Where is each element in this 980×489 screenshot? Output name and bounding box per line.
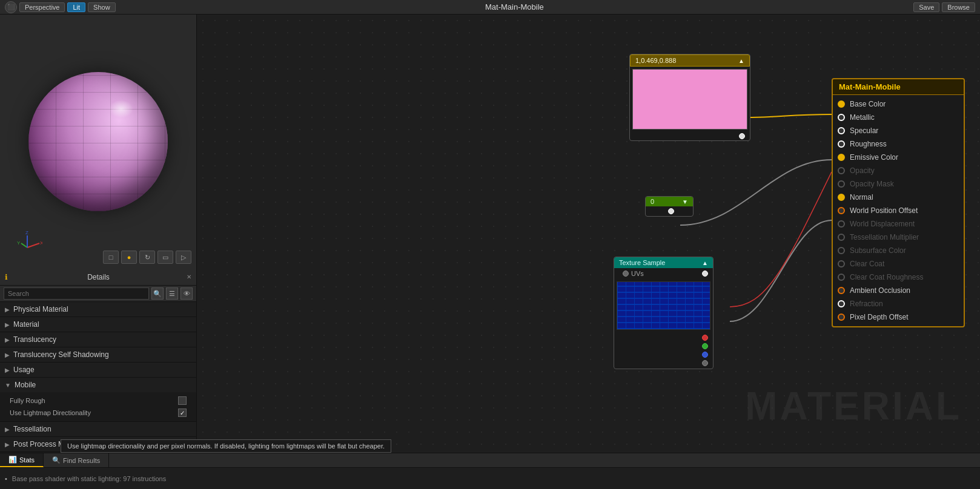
status-bullet: • — [5, 475, 7, 482]
canvas-area[interactable]: 1,0.469,0.888 ▲ 0 ▼ Texture Sample ▲ — [197, 15, 980, 453]
pin-metallic-label: Metallic — [850, 113, 875, 122]
pin-pixel-depth-offset-circle — [838, 313, 845, 321]
section-mobile-header[interactable]: ▼ Mobile — [0, 378, 196, 392]
viewport-btn-rotate[interactable]: ↻ — [139, 251, 155, 264]
find-results-tab-label: Find Results — [63, 457, 100, 464]
color-node-title: 1,0.469,0.888 — [635, 57, 676, 64]
details-collapse-btn[interactable]: ✕ — [187, 274, 191, 280]
section-translucency-self-shadow-header[interactable]: ▶ Translucency Self Shadowing — [0, 347, 196, 362]
pin-clear-coat: Clear Coat — [833, 257, 964, 271]
section-mobile: ▼ Mobile Fully Rough Use Lightmap Direct… — [0, 378, 196, 422]
section-mobile-content: Fully Rough Use Lightmap Directionality — [0, 392, 196, 421]
color-node: 1,0.469,0.888 ▲ — [629, 54, 750, 141]
color-swatch — [632, 69, 747, 130]
section-physical-material-header[interactable]: ▶ Physical Material — [0, 302, 196, 317]
section-usage: ▶ Usage — [0, 363, 196, 378]
details-title: Details — [87, 273, 110, 281]
pin-metallic-circle — [838, 114, 845, 121]
pin-opacity-mask-circle — [838, 180, 845, 188]
search-input[interactable] — [4, 287, 149, 300]
int-node: 0 ▼ — [645, 196, 694, 217]
material-node-header: Mat-Main-Mobile — [833, 79, 964, 95]
pin-roughness: Roughness — [833, 137, 964, 151]
pin-opacity-circle — [838, 167, 845, 174]
viewport-btn-play[interactable]: ▷ — [176, 251, 191, 264]
pin-metallic: Metallic — [833, 111, 964, 124]
section-material-header[interactable]: ▶ Material — [0, 317, 196, 332]
pin-clear-coat-label: Clear Coat — [850, 260, 884, 268]
section-usage-header[interactable]: ▶ Usage — [0, 363, 196, 377]
section-translucency: ▶ Translucency — [0, 332, 196, 347]
pin-normal-label: Normal — [850, 193, 873, 202]
save-button[interactable]: Save — [913, 2, 939, 12]
pin-specular: Specular — [833, 124, 964, 137]
pin-normal-circle — [838, 194, 845, 201]
search-submit-btn[interactable]: 🔍 — [151, 287, 164, 300]
pin-subsurface-color-label: Subsurface Color — [850, 246, 906, 255]
viewport-btn-plane[interactable]: ▭ — [157, 251, 173, 264]
svg-line-1 — [21, 243, 27, 248]
stats-tab-label: Stats — [19, 456, 35, 464]
axes-svg: X Y Z — [12, 226, 42, 257]
pin-clear-coat-roughness-circle — [838, 274, 845, 281]
viewport: X Y Z □ ● ↻ ▭ ▷ — [0, 15, 196, 269]
pin-ambient-occlusion-circle — [838, 287, 845, 294]
pin-opacity-label: Opacity — [850, 166, 875, 175]
texture-sample-uvs: UVs — [614, 268, 713, 279]
section-translucency-self-shadow: ▶ Translucency Self Shadowing — [0, 347, 196, 363]
tooltip-bar: Use lightmap directionality and per pixe… — [61, 439, 391, 453]
watermark: MATERIAL — [745, 384, 962, 428]
prop-use-lightmap-dir-checkbox[interactable] — [178, 409, 187, 417]
tab-stats[interactable]: 📊 Stats — [0, 453, 44, 467]
tex-port-b-dot — [702, 352, 708, 358]
lit-button[interactable]: Lit — [67, 2, 85, 12]
section-material: ▶ Material — [0, 317, 196, 332]
tex-port-r-dot — [702, 335, 708, 341]
color-node-expand-btn[interactable]: ▲ — [738, 57, 744, 64]
window-title: Mat-Main-Mobile — [118, 2, 912, 11]
material-node: Mat-Main-Mobile Base Color Metallic Spec… — [832, 78, 965, 327]
status-text: Base pass shader with static lighting: 9… — [12, 475, 166, 482]
tex-port-g-dot — [702, 343, 708, 349]
tooltip-text: Use lightmap directionality and per pixe… — [67, 442, 385, 450]
details-icon: ℹ — [5, 273, 8, 281]
texture-sample-node-expand-btn[interactable]: ▲ — [702, 260, 708, 266]
section-physical-material-label: Physical Material — [13, 305, 68, 313]
prop-fully-rough-checkbox[interactable] — [178, 396, 187, 405]
axes-indicator: X Y Z — [12, 226, 42, 257]
section-translucency-label: Translucency — [13, 335, 56, 344]
pin-world-pos-offset-circle — [838, 207, 845, 214]
section-translucency-header[interactable]: ▶ Translucency — [0, 332, 196, 347]
section-usage-label: Usage — [13, 366, 35, 374]
browse-button[interactable]: Browse — [942, 2, 975, 12]
viewport-toolbar: □ ● ↻ ▭ ▷ — [103, 251, 191, 264]
search-bar: 🔍 ☰ 👁 — [0, 286, 196, 302]
material-node-body: Base Color Metallic Specular Roughness E… — [833, 95, 964, 326]
int-node-expand-btn[interactable]: ▼ — [682, 199, 688, 205]
viewport-btn-grid[interactable]: □ — [103, 251, 119, 264]
texture-sample-node-header: Texture Sample ▲ — [614, 257, 713, 268]
pin-ambient-occlusion: Ambient Occlusion — [833, 284, 964, 297]
pin-refraction: Refraction — [833, 297, 964, 310]
tex-port-a-dot — [702, 360, 708, 366]
svg-line-0 — [27, 243, 39, 248]
stats-tab-icon: 📊 — [8, 456, 17, 464]
pin-clear-coat-roughness-label: Clear Coat Roughness — [850, 273, 923, 281]
tab-find-results[interactable]: 🔍 Find Results — [44, 453, 109, 467]
prop-fully-rough-label: Fully Rough — [10, 397, 45, 404]
viewport-btn-sphere[interactable]: ● — [121, 251, 137, 264]
color-node-port — [630, 132, 750, 140]
view-options-btn[interactable]: 👁 — [180, 287, 193, 300]
uvs-output-dot — [702, 271, 708, 277]
pin-refraction-circle — [838, 300, 845, 307]
section-translucency-self-shadow-arrow: ▶ — [5, 352, 10, 358]
show-button[interactable]: Show — [88, 2, 116, 12]
color-node-output-dot — [739, 133, 745, 139]
texture-sample-node: Texture Sample ▲ UVs — [614, 257, 713, 369]
perspective-button[interactable]: Perspective — [19, 2, 65, 12]
pin-clear-coat-roughness: Clear Coat Roughness — [833, 271, 964, 284]
filter-btn[interactable]: ☰ — [166, 287, 178, 300]
section-material-label: Material — [13, 320, 39, 329]
pin-opacity-mask-label: Opacity Mask — [850, 180, 894, 188]
section-tessellation-header[interactable]: ▶ Tessellation — [0, 422, 196, 436]
